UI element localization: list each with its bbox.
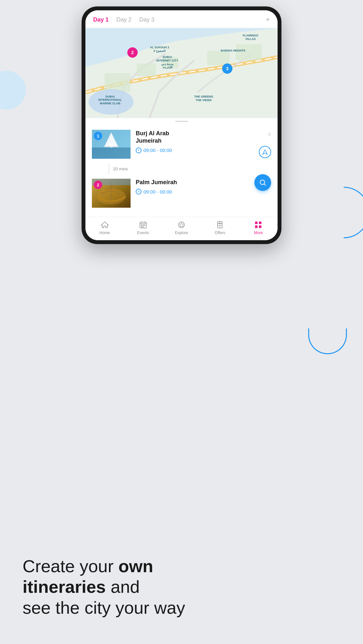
- explore-label: Explore: [175, 231, 188, 235]
- nav-item-events[interactable]: Events: [124, 220, 162, 235]
- map-label-barshaheights: BARSHA HEIGHTS: [221, 49, 245, 52]
- events-label: Events: [137, 231, 149, 235]
- svg-rect-3: [137, 63, 156, 76]
- search-fab-icon: [259, 179, 267, 186]
- palm-badge: 2: [94, 181, 102, 189]
- home-label: Home: [100, 231, 110, 235]
- svg-rect-9: [92, 147, 131, 159]
- map-label-internetcity: DUBAIINTERNET CITYمدينة دبيللإنترنت: [156, 55, 178, 69]
- burj-badge: 1: [94, 132, 102, 140]
- map-pin-2: 2: [127, 47, 138, 58]
- palm-clock-icon: [136, 189, 142, 194]
- tab-add-button[interactable]: +: [266, 15, 270, 24]
- location-card-burj: 1 Burj Al ArabJumeirah 09:00 - 00:00: [85, 126, 278, 163]
- deco-arc-bottom-right: [308, 328, 347, 354]
- travel-time-text: 20 mins: [113, 166, 128, 171]
- drag-handle: [85, 118, 278, 123]
- svg-marker-33: [101, 222, 108, 228]
- svg-rect-38: [141, 225, 142, 226]
- nav-item-home[interactable]: Home: [85, 220, 124, 235]
- map-area: FLAMINGOVILLAS AL SUFOUH 2الصفوح 2 DUBAI…: [85, 28, 278, 118]
- map-label-marineclub: DUBAIINTERNATIONALMARINE CLUB: [98, 95, 122, 105]
- explore-icon: [177, 220, 186, 229]
- nav-item-more[interactable]: More: [239, 220, 278, 235]
- palm-img-wrapper: 2: [92, 179, 131, 208]
- svg-rect-51: [259, 222, 261, 224]
- burj-time: 09:00 - 00:00: [136, 147, 271, 153]
- offers-label: Offers: [215, 231, 225, 235]
- bottom-nav: Home: [85, 217, 278, 240]
- svg-rect-50: [255, 222, 258, 224]
- svg-rect-5: [207, 51, 230, 65]
- burj-nav-button[interactable]: [259, 146, 271, 158]
- svg-rect-40: [144, 225, 145, 226]
- deco-circle-left: [0, 71, 26, 109]
- svg-rect-52: [255, 225, 258, 228]
- events-icon: [139, 220, 148, 229]
- offers-icon: [215, 220, 224, 229]
- map-label-flamingo: FLAMINGOVILLAS: [243, 34, 258, 41]
- palm-info: Palm Jumeirah 09:00 - 00:00: [131, 179, 271, 194]
- deco-arc-right: [344, 187, 363, 238]
- svg-rect-39: [142, 225, 143, 226]
- nav-item-explore[interactable]: Explore: [162, 220, 201, 235]
- phone-wrapper: Day 1 Day 2 Day 3 +: [82, 6, 281, 244]
- headline-section: Create your ownitineraries andsee the ci…: [23, 556, 340, 618]
- nav-item-offers[interactable]: Offers: [201, 220, 239, 235]
- location-card-palm: 2 Palm Jumeirah 09:00 - 00:00: [85, 175, 278, 214]
- burj-drag-icon: ≡: [268, 131, 271, 138]
- svg-rect-13: [104, 146, 118, 147]
- map-label-greens: THE GREENSTHE VIEWS: [194, 95, 213, 102]
- content-area: 1 Burj Al ArabJumeirah 09:00 - 00:00: [85, 123, 278, 217]
- svg-rect-53: [259, 225, 261, 228]
- search-fab[interactable]: [254, 174, 271, 191]
- phone-screen: Day 1 Day 2 Day 3 +: [85, 10, 278, 240]
- burj-time-text: 09:00 - 00:00: [143, 147, 172, 153]
- home-icon: [100, 220, 109, 229]
- svg-marker-18: [263, 150, 267, 154]
- map-pin-3: 3: [222, 63, 232, 74]
- svg-marker-44: [179, 223, 184, 227]
- palm-name: Palm Jumeirah: [136, 179, 271, 186]
- navigation-icon: [262, 149, 268, 155]
- tab-day1[interactable]: Day 1: [93, 16, 109, 23]
- svg-rect-6: [236, 44, 261, 61]
- svg-point-31: [260, 180, 265, 185]
- svg-rect-41: [141, 226, 142, 227]
- burj-img-wrapper: 1: [92, 130, 131, 159]
- svg-rect-42: [142, 226, 143, 227]
- burj-clock-icon: [136, 147, 142, 153]
- travel-time-row: 20 mins: [85, 163, 278, 175]
- tab-day3[interactable]: Day 3: [139, 16, 154, 23]
- more-icon: [254, 220, 263, 229]
- drag-handle-bar: [175, 121, 188, 122]
- palm-time: 09:00 - 00:00: [136, 189, 271, 194]
- tab-bar-top: Day 1 Day 2 Day 3 +: [85, 10, 278, 28]
- headline-text: Create your ownitineraries andsee the ci…: [23, 556, 340, 618]
- svg-line-32: [264, 184, 266, 186]
- palm-time-text: 09:00 - 00:00: [143, 189, 172, 194]
- tab-day2[interactable]: Day 2: [116, 16, 132, 23]
- burj-name: Burj Al ArabJumeirah: [136, 130, 271, 145]
- phone-frame: Day 1 Day 2 Day 3 +: [82, 6, 281, 244]
- burj-info: Burj Al ArabJumeirah 09:00 - 00:00: [131, 130, 271, 153]
- map-label-alsufouh: AL SUFOUH 2الصفوح 2: [150, 46, 169, 53]
- more-label: More: [254, 231, 263, 235]
